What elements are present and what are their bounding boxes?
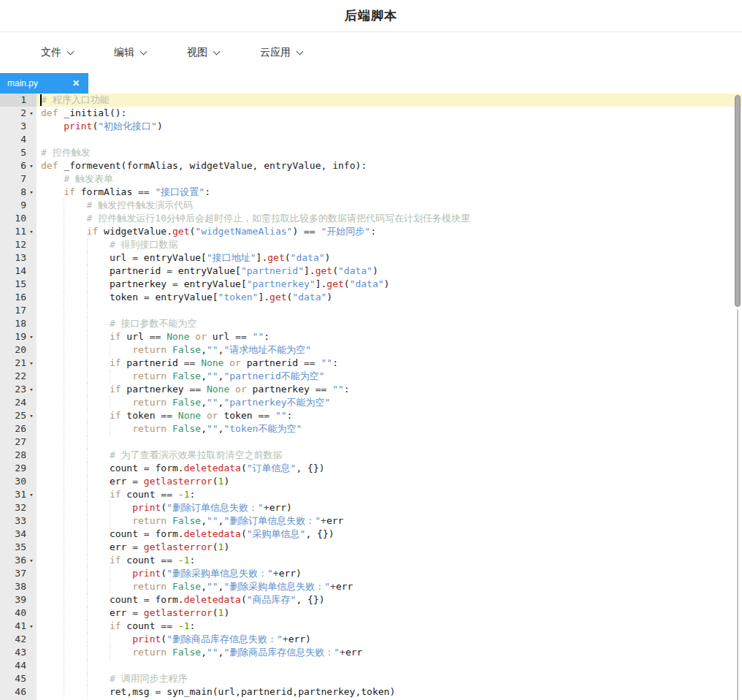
code-line[interactable]: err = getlasterror(1) (37, 541, 742, 554)
gutter-cell[interactable]: 26 (0, 422, 37, 435)
gutter-cell[interactable]: 32 (0, 501, 37, 514)
code-editor[interactable]: 12▾3456▾78▾91011▾1213141516171819▾2021▾2… (0, 94, 742, 700)
gutter-cell[interactable]: 16 (0, 291, 37, 304)
code-line[interactable]: if partnerid == None or partnerid == "": (37, 357, 742, 370)
fold-arrow-icon[interactable]: ▾ (26, 383, 37, 396)
gutter-cell[interactable]: 38 (0, 580, 37, 593)
gutter-cell[interactable]: 46 (0, 685, 37, 699)
gutter-cell[interactable]: 7 (0, 172, 37, 186)
code-line[interactable]: if token == None or token == "": (37, 409, 742, 422)
code-line[interactable]: count = form.deletedata("商品库存", {}) (37, 593, 742, 606)
gutter-cell[interactable]: 20 (0, 343, 37, 357)
gutter-cell[interactable]: 35 (0, 541, 37, 554)
gutter-cell[interactable]: 45 (0, 672, 37, 685)
gutter-cell[interactable]: 21▾ (0, 357, 37, 370)
gutter-cell[interactable]: 17 (0, 304, 37, 317)
gutter-cell[interactable]: 25▾ (0, 409, 37, 422)
gutter-cell[interactable]: 13 (0, 251, 37, 265)
code-line[interactable] (37, 435, 742, 449)
code-line[interactable]: if count == -1: (37, 554, 742, 567)
code-line[interactable]: # 接口参数不能为空 (37, 317, 742, 330)
code-line[interactable]: return False,"","删除订单信息失败："+err (37, 514, 742, 528)
code-line[interactable]: return False,"","删除采购单信息失败："+err (37, 580, 742, 593)
code-line[interactable]: return False,"","partnerkey不能为空" (37, 396, 742, 409)
gutter-cell[interactable]: 19▾ (0, 330, 37, 343)
code-line[interactable]: print("删除商品库存信息失败："+err) (37, 633, 742, 646)
code-line[interactable] (37, 659, 742, 672)
gutter-cell[interactable]: 29 (0, 462, 37, 475)
gutter-cell[interactable]: 6▾ (0, 159, 37, 172)
code-line[interactable]: if formAlias == "接口设置": (37, 186, 742, 199)
fold-arrow-icon[interactable]: ▾ (26, 554, 37, 567)
code-line[interactable]: err = getlasterror(1) (37, 606, 742, 620)
gutter-cell[interactable]: 30 (0, 475, 37, 488)
code-line[interactable]: token = entryValue["token"].get("data") (37, 291, 742, 304)
code-line[interactable]: # 控件触发 (37, 146, 742, 159)
gutter-cell[interactable]: 5 (0, 146, 37, 159)
code-line[interactable]: count = form.deletedata("订单信息", {}) (37, 462, 742, 475)
gutter-cell[interactable]: 14 (0, 265, 37, 278)
fold-arrow-icon[interactable]: ▾ (26, 225, 37, 238)
code-line[interactable] (37, 304, 742, 317)
gutter-cell[interactable]: 40 (0, 606, 37, 620)
code-line[interactable]: if widgetValue.get("widgetNameAlias") ==… (37, 225, 742, 238)
gutter-cell[interactable]: 39 (0, 593, 37, 606)
gutter-cell[interactable]: 28 (0, 449, 37, 462)
code-line[interactable]: count = form.deletedata("采购单信息", {}) (37, 528, 742, 541)
gutter-cell[interactable]: 34 (0, 528, 37, 541)
code-line[interactable]: partnerkey = entryValue["partnerkey"].ge… (37, 278, 742, 291)
gutter-cell[interactable]: 42 (0, 633, 37, 646)
gutter-cell[interactable]: 3 (0, 120, 37, 133)
code-line[interactable]: # 触发表单 (37, 172, 742, 186)
code-line[interactable]: # 触发控件触发演示代码 (37, 199, 742, 212)
fold-arrow-icon[interactable]: ▾ (26, 186, 37, 199)
gutter-cell[interactable]: 43 (0, 646, 37, 659)
code-line[interactable]: print("删除订单信息失败："+err) (37, 501, 742, 514)
fold-arrow-icon[interactable]: ▾ (26, 409, 37, 422)
gutter-cell[interactable]: 31▾ (0, 488, 37, 501)
menu-item-edit[interactable]: 编辑 (114, 46, 167, 59)
code-line[interactable]: return False,"","请求地址不能为空" (37, 343, 742, 357)
code-line[interactable]: return False,"","删除商品库存信息失败："+err (37, 646, 742, 659)
code-line[interactable]: url = entryValue["接口地址"].get("data") (37, 251, 742, 265)
code-line[interactable]: def _initial(): (37, 107, 742, 120)
fold-arrow-icon[interactable]: ▾ (26, 488, 37, 501)
gutter-cell[interactable]: 11▾ (0, 225, 37, 238)
gutter-cell[interactable]: 33 (0, 514, 37, 528)
code-line[interactable] (37, 133, 742, 146)
code-line[interactable]: # 为了查看演示效果拉取前清空之前数据 (37, 449, 742, 462)
menu-item-view[interactable]: 视图 (187, 46, 240, 59)
gutter-cell[interactable]: 9 (0, 199, 37, 212)
gutter-cell[interactable]: 23▾ (0, 383, 37, 396)
code-line[interactable]: print("删除采购单信息失败："+err) (37, 567, 742, 580)
code-area[interactable]: # 程序入口功能def _initial(): print("初始化接口")# … (37, 94, 742, 700)
gutter-cell[interactable]: 22 (0, 370, 37, 383)
gutter-cell[interactable]: 27 (0, 435, 37, 449)
gutter-cell[interactable]: 12 (0, 238, 37, 251)
code-line[interactable]: # 程序入口功能 (37, 94, 742, 107)
code-line[interactable]: def _formevent(formAlias, widgetValue, e… (37, 159, 742, 172)
code-line[interactable]: if url == None or url == "": (37, 330, 742, 343)
fold-arrow-icon[interactable]: ▾ (26, 330, 37, 343)
code-line[interactable]: if partnerkey == None or partnerkey == "… (37, 383, 742, 396)
close-icon[interactable]: ✕ (72, 79, 80, 88)
fold-arrow-icon[interactable]: ▾ (26, 620, 37, 633)
code-line[interactable]: if count == -1: (37, 488, 742, 501)
code-line[interactable]: # 控件触发运行10分钟后会超时停止，如需拉取比较多的数据请把代码写在计划任务模… (37, 212, 742, 225)
code-line[interactable]: return False,"","token不能为空" (37, 422, 742, 435)
code-line[interactable]: # 调用同步主程序 (37, 672, 742, 685)
gutter-cell[interactable]: 24 (0, 396, 37, 409)
gutter-cell[interactable]: 2▾ (0, 107, 37, 120)
code-line[interactable]: err = getlasterror(1) (37, 475, 742, 488)
gutter-cell[interactable]: 37 (0, 567, 37, 580)
gutter-cell[interactable]: 44 (0, 659, 37, 672)
code-line[interactable]: # 得到接口数据 (37, 238, 742, 251)
gutter-cell[interactable]: 36▾ (0, 554, 37, 567)
gutter-cell[interactable]: 4 (0, 133, 37, 146)
code-line[interactable]: partnerid = entryValue["partnerid"].get(… (37, 265, 742, 278)
menu-item-file[interactable]: 文件 (41, 46, 93, 59)
gutter-cell[interactable]: 41▾ (0, 620, 37, 633)
menu-item-cloud-app[interactable]: 云应用 (260, 46, 313, 59)
tab-main-py[interactable]: main.py ✕ (0, 73, 88, 94)
gutter-cell[interactable]: 18 (0, 317, 37, 330)
